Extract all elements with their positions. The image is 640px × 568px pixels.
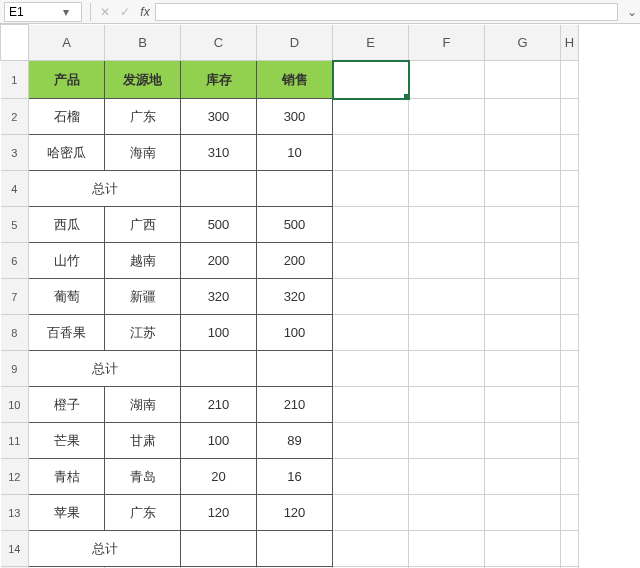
col-header-d[interactable]: D <box>257 25 333 61</box>
cell[interactable] <box>485 351 561 387</box>
cell[interactable] <box>561 243 579 279</box>
cell[interactable]: 新疆 <box>105 279 181 315</box>
cell[interactable]: 芒果 <box>29 423 105 459</box>
cell[interactable] <box>485 531 561 567</box>
cell-subtotal[interactable]: 总计 <box>29 351 181 387</box>
cell[interactable]: 120 <box>257 495 333 531</box>
row-header-2[interactable]: 2 <box>1 99 29 135</box>
col-header-h[interactable]: H <box>561 25 579 61</box>
cell[interactable] <box>485 99 561 135</box>
select-all-corner[interactable] <box>1 25 29 61</box>
cell[interactable] <box>409 207 485 243</box>
cell[interactable] <box>561 61 579 99</box>
row-header-8[interactable]: 8 <box>1 315 29 351</box>
row-header-1[interactable]: 1 <box>1 61 29 99</box>
cell[interactable] <box>485 495 561 531</box>
cell[interactable]: 发源地 <box>105 61 181 99</box>
cell[interactable] <box>409 387 485 423</box>
cell[interactable] <box>333 135 409 171</box>
cell[interactable] <box>409 315 485 351</box>
col-header-c[interactable]: C <box>181 25 257 61</box>
cell[interactable]: 100 <box>181 423 257 459</box>
cell[interactable] <box>485 171 561 207</box>
cell[interactable] <box>257 351 333 387</box>
cell-subtotal[interactable]: 总计 <box>29 531 181 567</box>
cell[interactable] <box>257 171 333 207</box>
cell[interactable] <box>561 279 579 315</box>
cell[interactable]: 葡萄 <box>29 279 105 315</box>
cell[interactable]: 300 <box>181 99 257 135</box>
row-header-5[interactable]: 5 <box>1 207 29 243</box>
cell[interactable] <box>485 423 561 459</box>
cell[interactable] <box>409 99 485 135</box>
cell[interactable]: 广西 <box>105 207 181 243</box>
formula-input[interactable] <box>155 3 618 21</box>
cell[interactable] <box>409 351 485 387</box>
cell[interactable] <box>561 387 579 423</box>
cell[interactable] <box>485 61 561 99</box>
col-header-b[interactable]: B <box>105 25 181 61</box>
cell[interactable]: 20 <box>181 459 257 495</box>
cell[interactable]: 百香果 <box>29 315 105 351</box>
cell[interactable]: 200 <box>257 243 333 279</box>
cell[interactable]: 100 <box>181 315 257 351</box>
cell[interactable]: 89 <box>257 423 333 459</box>
cell[interactable] <box>333 171 409 207</box>
cell[interactable] <box>561 315 579 351</box>
cell[interactable] <box>409 243 485 279</box>
cell[interactable] <box>333 315 409 351</box>
cell[interactable]: 广东 <box>105 99 181 135</box>
name-box-input[interactable] <box>9 5 59 19</box>
cell[interactable] <box>409 459 485 495</box>
col-header-g[interactable]: G <box>485 25 561 61</box>
name-box-dropdown-icon[interactable]: ▾ <box>59 5 73 19</box>
spreadsheet-grid[interactable]: A B C D E F G H 1 产品 发源地 库存 销售 2 石榴 广东 3… <box>0 24 640 568</box>
cell[interactable]: 山竹 <box>29 243 105 279</box>
cell[interactable]: 300 <box>257 99 333 135</box>
cell[interactable] <box>561 459 579 495</box>
cell[interactable] <box>333 243 409 279</box>
row-header-3[interactable]: 3 <box>1 135 29 171</box>
cell[interactable] <box>181 351 257 387</box>
expand-formula-icon[interactable]: ⌄ <box>624 5 640 19</box>
cell[interactable]: 苹果 <box>29 495 105 531</box>
cell[interactable] <box>409 531 485 567</box>
cell[interactable] <box>409 61 485 99</box>
col-header-e[interactable]: E <box>333 25 409 61</box>
cell[interactable]: 210 <box>257 387 333 423</box>
cell[interactable] <box>409 135 485 171</box>
row-header-14[interactable]: 14 <box>1 531 29 567</box>
cell[interactable] <box>485 279 561 315</box>
cell[interactable] <box>485 459 561 495</box>
cell[interactable]: 120 <box>181 495 257 531</box>
cell[interactable] <box>333 351 409 387</box>
row-header-12[interactable]: 12 <box>1 459 29 495</box>
cell[interactable]: 销售 <box>257 61 333 99</box>
cell[interactable]: 库存 <box>181 61 257 99</box>
cell-E1-selected[interactable] <box>333 61 409 99</box>
cell[interactable] <box>485 207 561 243</box>
cell[interactable] <box>333 531 409 567</box>
cell[interactable] <box>333 459 409 495</box>
cell[interactable]: 100 <box>257 315 333 351</box>
fx-icon[interactable]: fx <box>135 5 155 19</box>
cell[interactable]: 橙子 <box>29 387 105 423</box>
name-box[interactable]: ▾ <box>4 2 82 22</box>
cell[interactable]: 越南 <box>105 243 181 279</box>
cell[interactable]: 10 <box>257 135 333 171</box>
cell[interactable]: 青桔 <box>29 459 105 495</box>
row-header-10[interactable]: 10 <box>1 387 29 423</box>
cell[interactable]: 湖南 <box>105 387 181 423</box>
row-header-7[interactable]: 7 <box>1 279 29 315</box>
cell[interactable]: 210 <box>181 387 257 423</box>
cell[interactable] <box>561 171 579 207</box>
row-header-11[interactable]: 11 <box>1 423 29 459</box>
cell[interactable]: 哈密瓜 <box>29 135 105 171</box>
cell[interactable] <box>333 279 409 315</box>
cell[interactable] <box>409 423 485 459</box>
row-header-6[interactable]: 6 <box>1 243 29 279</box>
cell[interactable] <box>561 207 579 243</box>
col-header-a[interactable]: A <box>29 25 105 61</box>
row-header-9[interactable]: 9 <box>1 351 29 387</box>
cell[interactable] <box>333 387 409 423</box>
